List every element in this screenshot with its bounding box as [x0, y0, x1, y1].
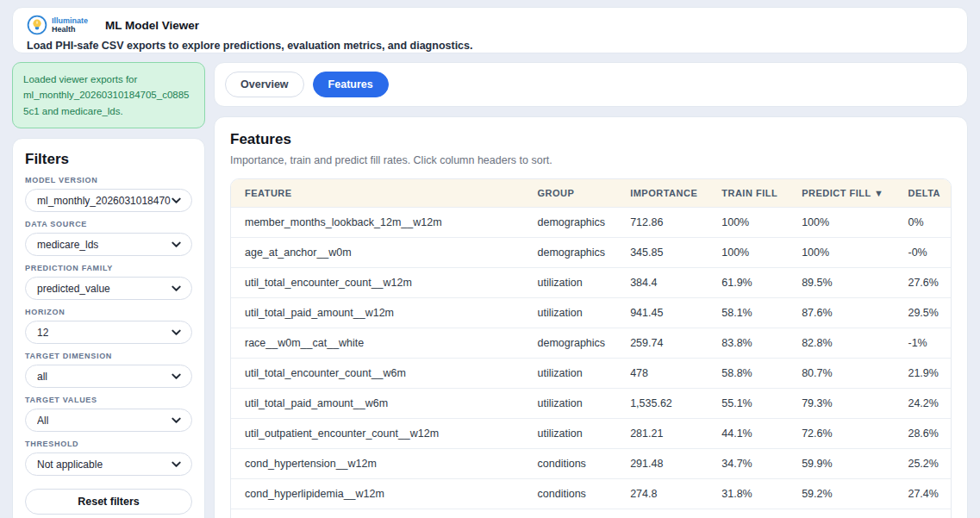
features-title: Features — [230, 131, 952, 148]
filters-panel: Filters Model versionml_monthly_20260310… — [12, 138, 205, 518]
cell-predict-fill: 87.6% — [788, 297, 894, 328]
filter-select-data-source[interactable]: medicare_lds — [25, 233, 192, 256]
col-header-delta[interactable]: Delta — [894, 179, 951, 207]
cell-delta: 27.6% — [894, 267, 951, 297]
cell-predict-fill: 100% — [788, 237, 894, 267]
cell-group: demographics — [524, 207, 617, 237]
cell-feature: util_total_paid_amount__w12m — [231, 297, 524, 328]
tab-features[interactable]: Features — [313, 72, 389, 97]
filter-select-horizon[interactable]: 12 — [25, 321, 192, 344]
col-header-feature[interactable]: Feature — [231, 179, 524, 207]
cell-predict-fill: 89.5% — [788, 267, 894, 297]
sidebar: Loaded viewer exports for ml_monthly_202… — [12, 62, 205, 518]
cell-predict-fill: 59.9% — [788, 448, 894, 478]
cell-group: conditions — [524, 448, 617, 478]
table-row: util_total_encounter_count__w12mutilizat… — [231, 267, 951, 297]
cell-importance: 1,535.62 — [616, 388, 708, 418]
cell-train-fill: 58.1% — [708, 297, 788, 328]
filter-label-horizon: Horizon — [25, 308, 192, 316]
app-header: Illuminate Health ML Model Viewer Load P… — [12, 7, 968, 53]
cell-predict-fill: 54.6% — [788, 509, 894, 518]
table-row: util_total_encounter_count__w6mutilizati… — [231, 358, 951, 388]
cell-predict-fill: 80.7% — [788, 358, 894, 388]
tab-overview[interactable]: Overview — [225, 72, 304, 97]
illuminate-health-logo: Illuminate Health — [27, 15, 88, 35]
filter-label-model-version: Model version — [25, 176, 192, 184]
table-row: sex__w0m__cat__femaledemographics271.254… — [231, 509, 951, 518]
cell-train-fill: 83.8% — [708, 328, 788, 358]
cell-train-fill: 100% — [708, 207, 788, 237]
chevron-down-icon — [171, 415, 182, 426]
lightbulb-icon — [27, 15, 47, 35]
page-title: ML Model Viewer — [105, 19, 199, 32]
cell-predict-fill: 72.6% — [788, 418, 894, 448]
cell-group: utilization — [524, 358, 617, 388]
cell-importance: 384.4 — [616, 267, 708, 297]
cell-train-fill: 55.1% — [708, 388, 788, 418]
cell-delta: 0.1% — [894, 509, 951, 518]
cell-train-fill: 31.8% — [708, 478, 788, 509]
filter-select-prediction-family[interactable]: predicted_value — [25, 277, 192, 300]
loaded-exports-alert: Loaded viewer exports for ml_monthly_202… — [12, 62, 205, 128]
cell-delta: -0% — [894, 237, 951, 267]
col-header-train-fill[interactable]: Train fill — [708, 179, 788, 207]
filter-label-target-values: Target values — [25, 396, 192, 404]
filter-select-model-version[interactable]: ml_monthly_20260310184705_c08855c — [25, 189, 192, 212]
features-panel: Features Importance, train and predict f… — [214, 116, 968, 518]
cell-feature: util_total_paid_amount__w6m — [231, 388, 524, 418]
selected-value: 12 — [37, 327, 48, 339]
chevron-down-icon — [171, 195, 182, 206]
table-header-row: Feature Group Importance Train fill Pred… — [231, 179, 951, 207]
cell-importance: 291.48 — [616, 448, 708, 478]
cell-predict-fill: 59.2% — [788, 478, 894, 509]
cell-group: conditions — [524, 478, 617, 509]
selected-value: Not applicable — [37, 459, 103, 471]
table-row: util_total_paid_amount__w6mutilization1,… — [231, 388, 951, 418]
cell-train-fill: 34.7% — [708, 448, 788, 478]
cell-group: demographics — [524, 509, 617, 518]
filter-select-threshold[interactable]: Not applicable — [25, 452, 192, 476]
filter-label-data-source: Data source — [25, 220, 192, 228]
col-header-importance[interactable]: Importance — [616, 179, 708, 207]
cell-feature: sex__w0m__cat__female — [231, 509, 524, 518]
main-content: OverviewFeatures Features Importance, tr… — [214, 62, 968, 518]
filter-select-target-values[interactable]: All — [25, 409, 192, 432]
cell-importance: 274.8 — [616, 478, 708, 509]
cell-importance: 478 — [616, 358, 708, 388]
cell-delta: 0% — [894, 207, 951, 237]
cell-train-fill: 58.8% — [708, 358, 788, 388]
chevron-down-icon — [171, 371, 182, 382]
chevron-down-icon — [171, 459, 182, 470]
filter-select-target-dimension[interactable]: all — [25, 365, 192, 388]
cell-group: utilization — [524, 418, 617, 448]
cell-importance: 941.45 — [616, 297, 708, 328]
cell-train-fill: 61.9% — [708, 267, 788, 297]
table-row: cond_hyperlipidemia__w12mconditions274.8… — [231, 478, 951, 509]
cell-feature: age_at_anchor__w0m — [231, 237, 524, 267]
table-row: cond_hypertension__w12mconditions291.483… — [231, 448, 951, 478]
cell-group: demographics — [524, 328, 617, 358]
cell-delta: 28.6% — [894, 418, 951, 448]
cell-importance: 271.2 — [616, 509, 708, 518]
cell-delta: 21.9% — [894, 358, 951, 388]
cell-group: utilization — [524, 297, 617, 328]
cell-group: utilization — [524, 388, 617, 418]
cell-delta: 27.4% — [894, 478, 951, 509]
selected-value: medicare_lds — [37, 239, 98, 251]
cell-group: demographics — [524, 237, 617, 267]
brand-line1: Illuminate — [52, 16, 88, 25]
col-header-group[interactable]: Group — [524, 179, 617, 207]
cell-delta: 24.2% — [894, 388, 951, 418]
col-header-predict-fill-sorted[interactable]: Predict fill ▼ — [788, 179, 894, 207]
reset-filters-button[interactable]: Reset filters — [25, 489, 192, 515]
table-row: age_at_anchor__w0mdemographics345.85100%… — [231, 237, 951, 267]
cell-importance: 259.74 — [616, 328, 708, 358]
selected-value: predicted_value — [37, 283, 110, 295]
filter-label-threshold: Threshold — [25, 440, 192, 448]
filter-fields: Model versionml_monthly_20260310184705_c… — [25, 176, 192, 476]
cell-train-fill: 44.1% — [708, 418, 788, 448]
cell-importance: 281.21 — [616, 418, 708, 448]
brand-line2: Health — [52, 25, 88, 34]
cell-importance: 345.85 — [616, 237, 708, 267]
cell-feature: race__w0m__cat__white — [231, 328, 524, 358]
